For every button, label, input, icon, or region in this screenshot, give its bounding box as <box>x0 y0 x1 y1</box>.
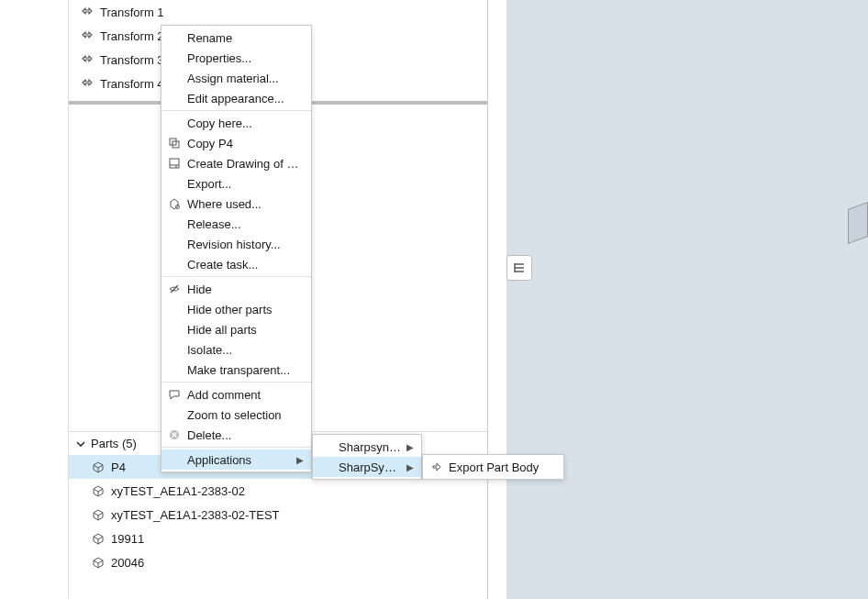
part-item[interactable]: xyTEST_AE1A1-2383-02-TEST <box>69 503 487 527</box>
menu-item[interactable]: Release... <box>161 214 311 234</box>
applications-submenu[interactable]: Sharpsync (dev)▶SharpSync.net▶ <box>312 434 422 480</box>
menu-separator <box>161 276 311 277</box>
submenu-arrow-icon: ▶ <box>406 442 414 452</box>
transform-icon <box>80 5 95 19</box>
menu-item-label: Export Part Body <box>449 460 556 474</box>
transform-icon <box>80 76 95 91</box>
blank-icon <box>318 460 333 474</box>
menu-item[interactable]: Properties... <box>161 48 311 68</box>
menu-item-label: Delete... <box>187 428 304 442</box>
menu-item[interactable]: Copy P4 <box>161 133 311 153</box>
menu-item[interactable]: Add comment <box>161 384 311 405</box>
menu-item[interactable]: Assign material... <box>161 68 311 88</box>
menu-item[interactable]: Sharpsync (dev)▶ <box>313 437 421 457</box>
menu-item-label: SharpSync.net <box>339 460 401 474</box>
blank-icon <box>167 50 182 65</box>
menu-item-label: Assign material... <box>187 72 304 85</box>
blank-icon <box>167 362 182 377</box>
menu-separator <box>161 110 311 111</box>
menu-item-label: Rename <box>187 31 304 45</box>
sharpsync-submenu[interactable]: Export Part Body <box>422 454 564 480</box>
drawing-icon <box>167 156 182 171</box>
menu-item[interactable]: Where used... <box>161 194 311 214</box>
menu-item-label: Hide all parts <box>187 323 304 337</box>
copy-icon <box>167 136 182 150</box>
transform-label: Transform 2 <box>100 29 164 43</box>
menu-item[interactable]: Export... <box>161 173 311 194</box>
transform-icon <box>80 52 95 67</box>
model-edge <box>848 202 868 244</box>
chevron-down-icon <box>74 438 87 450</box>
menu-item-label: Sharpsync (dev) <box>339 440 401 454</box>
viewport-3d[interactable] <box>506 0 868 599</box>
parts-header-label: Parts (5) <box>91 437 137 450</box>
submenu-arrow-icon: ▶ <box>406 462 414 472</box>
menu-item[interactable]: Rename <box>161 28 311 48</box>
part-label: xyTEST_AE1A1-2383-02 <box>111 484 245 498</box>
menu-item-label: Export... <box>187 177 304 191</box>
menu-item[interactable]: Edit appearance... <box>161 88 311 108</box>
blank-icon <box>167 91 182 105</box>
submenu-arrow-icon: ▶ <box>296 455 304 465</box>
part-label: P4 <box>111 460 126 474</box>
transform-item[interactable]: Transform 1 <box>69 0 487 24</box>
hide-icon <box>167 282 182 296</box>
part-icon <box>91 483 106 498</box>
menu-item[interactable]: Hide other parts <box>161 299 311 319</box>
blank-icon <box>318 439 333 454</box>
blank-icon <box>167 257 182 272</box>
part-icon <box>91 555 106 570</box>
context-menu[interactable]: RenameProperties...Assign material...Edi… <box>161 25 312 472</box>
blank-icon <box>167 452 182 467</box>
menu-item[interactable]: Isolate... <box>161 339 311 360</box>
menu-item[interactable]: Hide all parts <box>161 319 311 339</box>
part-icon <box>91 531 106 546</box>
list-icon <box>512 261 527 275</box>
menu-item-label: Revision history... <box>187 238 304 251</box>
menu-item-label: Hide <box>187 283 304 296</box>
blank-icon <box>167 342 182 357</box>
blank-icon <box>167 322 182 337</box>
menu-item-label: Add comment <box>187 388 304 402</box>
blank-icon <box>167 71 182 85</box>
menu-item-label: Release... <box>187 217 304 231</box>
menu-item[interactable]: Hide <box>161 279 311 299</box>
panel-toggle-button[interactable] <box>506 255 532 281</box>
menu-item[interactable]: SharpSync.net▶ <box>313 457 421 477</box>
menu-item[interactable]: Copy here... <box>161 113 311 133</box>
transform-label: Transform 4 <box>100 77 164 91</box>
menu-item[interactable]: Zoom to selection <box>161 405 311 425</box>
menu-item-label: Isolate... <box>187 343 304 357</box>
part-item[interactable]: 20046 <box>69 550 487 574</box>
menu-item-label: Copy P4 <box>187 137 304 150</box>
menu-item-label: Copy here... <box>187 116 304 130</box>
menu-item-label: Make transparent... <box>187 363 304 377</box>
blank-icon <box>167 176 182 191</box>
menu-item[interactable]: Revision history... <box>161 234 311 254</box>
menu-item[interactable]: Export Part Body <box>423 457 563 477</box>
blank-icon <box>167 302 182 316</box>
menu-item[interactable]: Create Drawing of P4... <box>161 153 311 173</box>
menu-item[interactable]: Create task... <box>161 254 311 274</box>
svg-line-10 <box>171 285 178 293</box>
delete-icon <box>167 427 182 442</box>
blank-icon <box>167 116 182 130</box>
export-icon <box>428 460 443 474</box>
part-item[interactable]: 19911 <box>69 527 487 550</box>
menu-item[interactable]: Applications▶ <box>161 449 311 470</box>
part-label: 20046 <box>111 556 144 570</box>
menu-item-label: Zoom to selection <box>187 408 304 422</box>
menu-item-label: Properties... <box>187 51 304 65</box>
comment-icon <box>167 387 182 402</box>
part-item[interactable]: xyTEST_AE1A1-2383-02 <box>69 479 487 503</box>
blank-icon <box>167 216 182 231</box>
blank-icon <box>167 237 182 251</box>
menu-item[interactable]: Make transparent... <box>161 360 311 380</box>
part-icon <box>91 507 106 522</box>
transform-label: Transform 1 <box>100 6 164 19</box>
whereused-icon <box>167 196 182 211</box>
menu-item-label: Where used... <box>187 197 304 211</box>
menu-item-label: Hide other parts <box>187 303 304 316</box>
menu-item[interactable]: Delete... <box>161 425 311 445</box>
blank-icon <box>167 407 182 422</box>
